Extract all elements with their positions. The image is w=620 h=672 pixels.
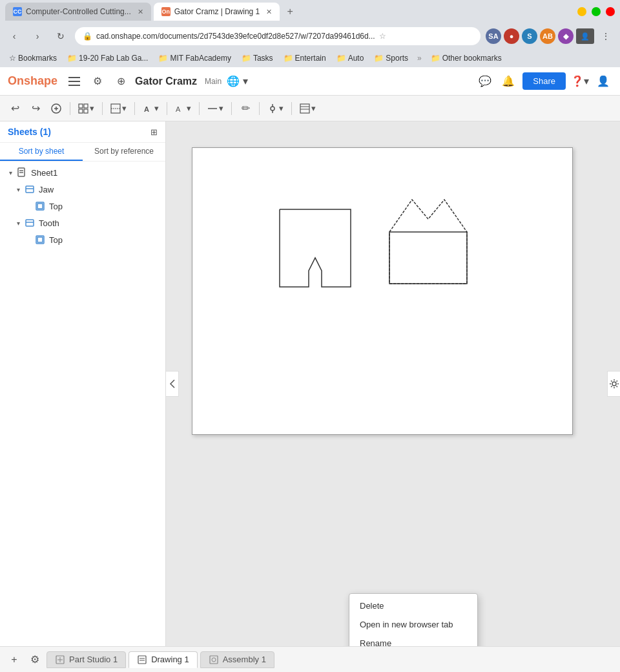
snap-dropdown[interactable]: ▾ <box>264 100 287 118</box>
profile-icon-purple[interactable]: ◆ <box>558 28 574 44</box>
sort-by-sheet-tab[interactable]: Sort by sheet <box>0 143 83 161</box>
sidebar-title: Sheets (1) <box>8 127 51 137</box>
view-dropdown[interactable]: ▾ <box>74 100 98 118</box>
onshape-logo: Onshape <box>8 74 57 88</box>
notifications-button[interactable]: 🔔 <box>499 72 517 90</box>
tab1-label: Computer-Controlled Cutting... <box>26 7 131 16</box>
svg-rect-2 <box>84 104 88 108</box>
tree-item-tooth-top[interactable]: Top <box>0 231 165 248</box>
profile-icon-red[interactable]: ● <box>504 28 519 44</box>
chevron-down-icon-5: ▾ <box>219 103 223 113</box>
bookmarks-overflow[interactable]: » <box>417 54 422 63</box>
main-layout: Sheets (1) ⊞ Sort by sheet Sort by refer… <box>0 121 620 646</box>
svg-rect-33 <box>210 656 218 664</box>
app-bar: Onshape ⚙ ⊕ Gator Cramz Main 🌐 ▾ 💬 🔔 Sha… <box>0 67 620 96</box>
tree-item-tooth[interactable]: ▾ Tooth <box>0 215 165 231</box>
drawing-canvas[interactable]: Delete Open in new browser tab Rename Pr… <box>166 121 620 646</box>
bookmark-entertain[interactable]: 📁 Entertain <box>280 52 330 64</box>
tab-assembly[interactable]: Assembly 1 <box>200 651 274 668</box>
svg-rect-26 <box>37 237 43 242</box>
url-text: cad.onshape.com/documents/2d7543de39efce… <box>96 32 375 41</box>
tab2-label: Gator Cramz | Drawing 1 <box>174 7 260 16</box>
new-tab-button[interactable]: + <box>282 4 298 19</box>
tab-drawing[interactable]: Drawing 1 <box>129 651 198 668</box>
tree-item-sheet1[interactable]: ▾ Sheet1 <box>0 164 165 181</box>
share-button[interactable]: Share <box>522 72 566 90</box>
bookmarks-folder[interactable]: ☆ Bookmarks <box>5 52 61 64</box>
table-dropdown[interactable]: ▾ <box>296 100 320 118</box>
hamburger-menu-button[interactable] <box>65 72 83 90</box>
tree-item-jaw-top[interactable]: Top <box>0 198 165 215</box>
svg-point-34 <box>212 658 216 662</box>
bookmark-tasks[interactable]: 📁 Tasks <box>238 52 277 64</box>
chevron-down-icon: ▾ <box>90 103 94 113</box>
user-avatar-button[interactable]: 👤 <box>594 72 612 90</box>
chevron-down-icon-6: ▾ <box>279 103 284 113</box>
add-tab-button[interactable]: + <box>5 651 23 669</box>
profile-icon-ab[interactable]: AB <box>540 28 555 44</box>
minimize-button[interactable] <box>577 7 586 16</box>
settings-panel-button[interactable] <box>607 371 620 397</box>
bookmark-folder-icon: 📁 <box>431 54 440 63</box>
add-item-button[interactable]: ⊕ <box>112 72 130 90</box>
collapse-panel-button[interactable] <box>166 371 179 397</box>
address-bar[interactable]: 🔒 cad.onshape.com/documents/2d7543de39ef… <box>75 27 480 45</box>
svg-rect-4 <box>84 109 88 113</box>
tab1-close[interactable]: ✕ <box>138 8 143 16</box>
tab2-favicon: On <box>161 7 170 16</box>
bookmark-star-icon[interactable]: ☆ <box>375 28 391 44</box>
svg-text:A: A <box>144 105 149 113</box>
bookmark-mit[interactable]: 📁 MIT FabAcademy <box>154 52 234 64</box>
globe-icon[interactable]: 🌐 ▾ <box>227 75 247 87</box>
chevron-down-icon-2: ▾ <box>122 103 127 113</box>
configure-tabs-button[interactable]: ⚙ <box>26 651 44 669</box>
bottom-tabs-bar: + ⚙ Part Studio 1 Drawing 1 Assembly 1 <box>0 646 620 672</box>
chat-button[interactable]: 💬 <box>476 72 494 90</box>
sidebar-expand-button[interactable]: ⊞ <box>150 127 158 137</box>
bookmark-fablab[interactable]: 📁 19-20 Fab Lab Ga... <box>63 52 152 64</box>
section-view-dropdown[interactable]: ▾ <box>107 100 130 118</box>
chevron-down-icon-jaw: ▾ <box>13 184 23 194</box>
line-style-dropdown[interactable]: ▾ <box>203 100 227 118</box>
back-button[interactable]: ‹ <box>5 27 23 45</box>
svg-point-28 <box>612 382 616 386</box>
zoom-to-fit-button[interactable] <box>46 99 66 118</box>
chevron-down-icon-sheet1: ▾ <box>5 167 16 178</box>
browser-menu-button[interactable]: ⋮ <box>597 27 615 45</box>
pencil-tool-button[interactable]: ✏ <box>236 99 255 118</box>
help-button[interactable]: ❓▾ <box>571 72 589 90</box>
bookmark-sports[interactable]: 📁 Sports <box>370 52 412 64</box>
reload-button[interactable]: ↻ <box>52 27 70 45</box>
user-avatar[interactable]: 👤 <box>576 28 594 44</box>
tree-item-jaw[interactable]: ▾ Jaw <box>0 181 165 198</box>
bookmark-tasks-label: Tasks <box>253 54 273 63</box>
forward-button[interactable]: › <box>28 27 46 45</box>
security-lock-icon: 🔒 <box>83 32 92 41</box>
text-dropdown[interactable]: A ▾ <box>139 100 163 118</box>
dimension-dropdown[interactable]: A ▾ <box>171 100 195 118</box>
bookmark-icon: 📁 <box>67 54 77 63</box>
close-window-button[interactable] <box>606 7 615 16</box>
sidebar: Sheets (1) ⊞ Sort by sheet Sort by refer… <box>0 121 166 646</box>
bookmark-tasks-icon: 📁 <box>242 54 251 63</box>
ctx-delete[interactable]: Delete <box>349 596 477 615</box>
tab2-close[interactable]: ✕ <box>266 8 272 16</box>
bookmark-auto[interactable]: 📁 Auto <box>333 52 368 64</box>
maximize-button[interactable] <box>592 7 601 16</box>
redo-button[interactable]: ↪ <box>26 99 45 118</box>
sheet-icon <box>16 166 28 179</box>
browser-tab-2[interactable]: On Gator Cramz | Drawing 1 ✕ <box>154 3 280 21</box>
chevron-down-icon-7: ▾ <box>311 103 316 113</box>
ctx-open-new-tab[interactable]: Open in new browser tab <box>349 615 477 634</box>
undo-button[interactable]: ↩ <box>5 99 25 118</box>
bookmark-other[interactable]: 📁 Other bookmarks <box>427 52 506 64</box>
view-icon-jaw-top <box>34 200 46 213</box>
tab-part-studio[interactable]: Part Studio 1 <box>46 651 126 668</box>
profile-icon-s[interactable]: S <box>522 28 537 44</box>
filter-icon-button[interactable]: ⚙ <box>88 72 107 90</box>
ctx-rename[interactable]: Rename <box>349 634 477 646</box>
sort-by-reference-tab[interactable]: Sort by reference <box>83 143 165 161</box>
profile-icon-sa[interactable]: SA <box>486 28 501 44</box>
browser-tab-1[interactable]: CC Computer-Controlled Cutting... ✕ <box>5 3 151 21</box>
svg-rect-13 <box>300 104 309 113</box>
